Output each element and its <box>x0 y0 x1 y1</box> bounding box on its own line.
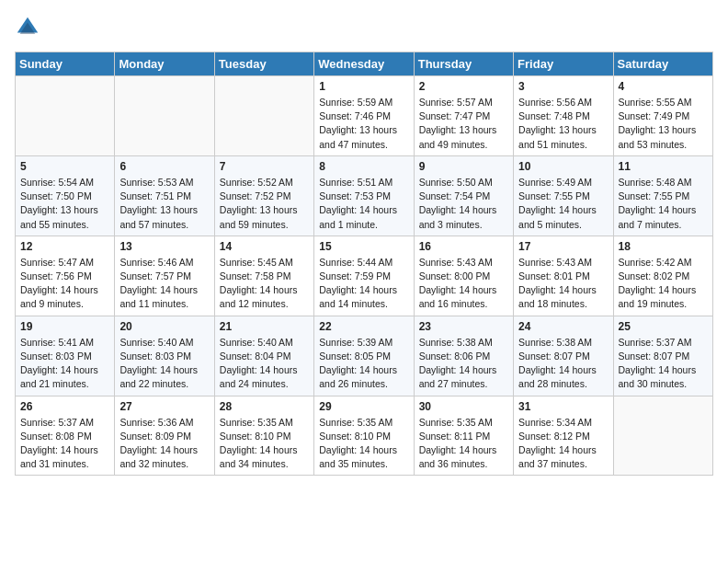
day-number: 7 <box>220 160 309 173</box>
calendar-cell: 18Sunrise: 5:42 AMSunset: 8:02 PMDayligh… <box>613 236 712 316</box>
calendar-cell: 8Sunrise: 5:51 AMSunset: 7:53 PMDaylight… <box>314 155 414 236</box>
week-row-5: 26Sunrise: 5:37 AMSunset: 8:08 PMDayligh… <box>16 396 713 476</box>
calendar-cell: 24Sunrise: 5:38 AMSunset: 8:07 PMDayligh… <box>514 316 613 396</box>
calendar-cell: 30Sunrise: 5:35 AMSunset: 8:11 PMDayligh… <box>414 396 513 476</box>
day-number: 31 <box>518 400 608 413</box>
calendar-cell: 23Sunrise: 5:38 AMSunset: 8:06 PMDayligh… <box>414 316 513 396</box>
calendar-cell: 27Sunrise: 5:36 AMSunset: 8:09 PMDayligh… <box>115 396 214 476</box>
day-info: Sunrise: 5:38 AMSunset: 8:07 PMDaylight:… <box>518 336 608 392</box>
page-header <box>15 15 713 40</box>
day-number: 25 <box>619 320 708 333</box>
calendar-cell <box>115 76 214 156</box>
day-number: 21 <box>220 320 309 333</box>
calendar-table: SundayMondayTuesdayWednesdayThursdayFrid… <box>15 52 713 476</box>
day-number: 30 <box>419 400 508 413</box>
day-number: 15 <box>319 240 408 253</box>
day-info: Sunrise: 5:53 AMSunset: 7:51 PMDaylight:… <box>119 176 209 232</box>
week-row-1: 1Sunrise: 5:59 AMSunset: 7:46 PMDaylight… <box>16 76 713 156</box>
calendar-cell: 13Sunrise: 5:46 AMSunset: 7:57 PMDayligh… <box>115 236 214 316</box>
day-info: Sunrise: 5:35 AMSunset: 8:10 PMDaylight:… <box>319 416 408 472</box>
calendar-cell <box>613 396 712 476</box>
day-number: 26 <box>20 400 109 413</box>
day-info: Sunrise: 5:44 AMSunset: 7:59 PMDaylight:… <box>319 256 408 312</box>
day-info: Sunrise: 5:35 AMSunset: 8:11 PMDaylight:… <box>419 416 508 472</box>
calendar-cell: 9Sunrise: 5:50 AMSunset: 7:54 PMDaylight… <box>414 155 513 236</box>
day-number: 10 <box>518 160 608 173</box>
day-number: 22 <box>319 320 408 333</box>
calendar-cell: 19Sunrise: 5:41 AMSunset: 8:03 PMDayligh… <box>16 316 115 396</box>
day-info: Sunrise: 5:56 AMSunset: 7:48 PMDaylight:… <box>518 96 608 152</box>
day-number: 19 <box>20 320 109 333</box>
day-number: 14 <box>220 240 309 253</box>
day-info: Sunrise: 5:46 AMSunset: 7:57 PMDaylight:… <box>119 256 209 312</box>
day-info: Sunrise: 5:40 AMSunset: 8:04 PMDaylight:… <box>220 336 309 392</box>
calendar-cell: 14Sunrise: 5:45 AMSunset: 7:58 PMDayligh… <box>214 236 313 316</box>
day-info: Sunrise: 5:43 AMSunset: 8:00 PMDaylight:… <box>419 256 508 312</box>
day-number: 5 <box>20 160 109 173</box>
day-number: 20 <box>119 320 209 333</box>
week-row-3: 12Sunrise: 5:47 AMSunset: 7:56 PMDayligh… <box>16 236 713 316</box>
calendar-cell: 10Sunrise: 5:49 AMSunset: 7:55 PMDayligh… <box>514 155 613 236</box>
day-number: 13 <box>119 240 209 253</box>
day-info: Sunrise: 5:48 AMSunset: 7:55 PMDaylight:… <box>619 176 708 232</box>
calendar-cell: 1Sunrise: 5:59 AMSunset: 7:46 PMDaylight… <box>314 76 414 156</box>
logo-icon <box>15 15 40 40</box>
header-sunday: Sunday <box>16 52 115 76</box>
day-number: 11 <box>619 160 708 173</box>
day-number: 3 <box>518 80 608 93</box>
day-number: 18 <box>619 240 708 253</box>
day-info: Sunrise: 5:45 AMSunset: 7:58 PMDaylight:… <box>220 256 309 312</box>
day-info: Sunrise: 5:41 AMSunset: 8:03 PMDaylight:… <box>20 336 109 392</box>
day-info: Sunrise: 5:50 AMSunset: 7:54 PMDaylight:… <box>419 176 508 232</box>
header-saturday: Saturday <box>613 52 712 76</box>
header-row: SundayMondayTuesdayWednesdayThursdayFrid… <box>16 52 713 76</box>
day-number: 27 <box>119 400 209 413</box>
day-info: Sunrise: 5:34 AMSunset: 8:12 PMDaylight:… <box>518 416 608 472</box>
day-info: Sunrise: 5:55 AMSunset: 7:49 PMDaylight:… <box>619 96 708 152</box>
calendar-cell: 20Sunrise: 5:40 AMSunset: 8:03 PMDayligh… <box>115 316 214 396</box>
day-number: 4 <box>619 80 708 93</box>
day-info: Sunrise: 5:52 AMSunset: 7:52 PMDaylight:… <box>220 176 309 232</box>
day-number: 24 <box>518 320 608 333</box>
day-number: 9 <box>419 160 508 173</box>
day-number: 17 <box>518 240 608 253</box>
day-number: 6 <box>119 160 209 173</box>
week-row-4: 19Sunrise: 5:41 AMSunset: 8:03 PMDayligh… <box>16 316 713 396</box>
day-info: Sunrise: 5:43 AMSunset: 8:01 PMDaylight:… <box>518 256 608 312</box>
day-info: Sunrise: 5:37 AMSunset: 8:08 PMDaylight:… <box>20 416 109 472</box>
calendar-cell: 2Sunrise: 5:57 AMSunset: 7:47 PMDaylight… <box>414 76 513 156</box>
day-number: 8 <box>319 160 408 173</box>
day-info: Sunrise: 5:49 AMSunset: 7:55 PMDaylight:… <box>518 176 608 232</box>
day-number: 23 <box>419 320 508 333</box>
day-number: 28 <box>220 400 309 413</box>
calendar-cell: 6Sunrise: 5:53 AMSunset: 7:51 PMDaylight… <box>115 155 214 236</box>
calendar-cell: 25Sunrise: 5:37 AMSunset: 8:07 PMDayligh… <box>613 316 712 396</box>
calendar-cell: 7Sunrise: 5:52 AMSunset: 7:52 PMDaylight… <box>214 155 313 236</box>
header-wednesday: Wednesday <box>314 52 414 76</box>
calendar-cell: 3Sunrise: 5:56 AMSunset: 7:48 PMDaylight… <box>514 76 613 156</box>
day-info: Sunrise: 5:40 AMSunset: 8:03 PMDaylight:… <box>119 336 209 392</box>
header-monday: Monday <box>115 52 214 76</box>
header-thursday: Thursday <box>414 52 513 76</box>
calendar-cell: 22Sunrise: 5:39 AMSunset: 8:05 PMDayligh… <box>314 316 414 396</box>
day-info: Sunrise: 5:37 AMSunset: 8:07 PMDaylight:… <box>619 336 708 392</box>
day-number: 29 <box>319 400 408 413</box>
calendar-cell <box>214 76 313 156</box>
day-info: Sunrise: 5:36 AMSunset: 8:09 PMDaylight:… <box>119 416 209 472</box>
calendar-cell: 12Sunrise: 5:47 AMSunset: 7:56 PMDayligh… <box>16 236 115 316</box>
calendar-cell: 5Sunrise: 5:54 AMSunset: 7:50 PMDaylight… <box>16 155 115 236</box>
day-info: Sunrise: 5:42 AMSunset: 8:02 PMDaylight:… <box>619 256 708 312</box>
day-info: Sunrise: 5:47 AMSunset: 7:56 PMDaylight:… <box>20 256 109 312</box>
calendar-cell: 11Sunrise: 5:48 AMSunset: 7:55 PMDayligh… <box>613 155 712 236</box>
header-tuesday: Tuesday <box>214 52 313 76</box>
calendar-cell: 21Sunrise: 5:40 AMSunset: 8:04 PMDayligh… <box>214 316 313 396</box>
day-number: 12 <box>20 240 109 253</box>
calendar-cell: 26Sunrise: 5:37 AMSunset: 8:08 PMDayligh… <box>16 396 115 476</box>
calendar-cell <box>16 76 115 156</box>
day-number: 2 <box>419 80 508 93</box>
day-info: Sunrise: 5:35 AMSunset: 8:10 PMDaylight:… <box>220 416 309 472</box>
day-info: Sunrise: 5:59 AMSunset: 7:46 PMDaylight:… <box>319 96 408 152</box>
day-info: Sunrise: 5:51 AMSunset: 7:53 PMDaylight:… <box>319 176 408 232</box>
calendar-cell: 29Sunrise: 5:35 AMSunset: 8:10 PMDayligh… <box>314 396 414 476</box>
day-info: Sunrise: 5:38 AMSunset: 8:06 PMDaylight:… <box>419 336 508 392</box>
